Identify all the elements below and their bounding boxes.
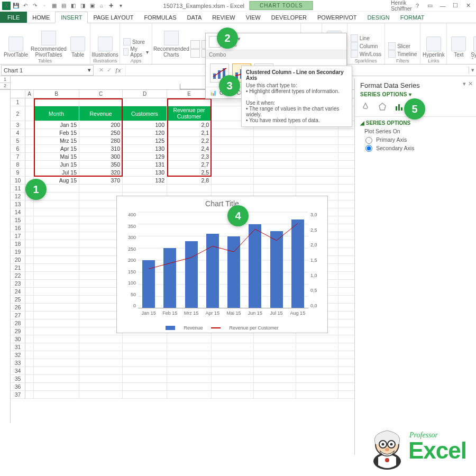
accept-formula-icon[interactable]: ✓ [107,67,112,74]
recommended-pivottables-button[interactable]: Recommended PivotTables [32,31,66,58]
qat-btn[interactable]: ✚ [107,2,115,10]
svg-marker-18 [379,103,386,110]
timeline-button[interactable]: Timeline [388,50,417,58]
primary-axis-radio[interactable]: Primary Axis [365,136,471,144]
combo-tooltip: Clustered Column - Line on Secondary Axi… [241,66,352,127]
redo-icon[interactable]: ↷ [31,2,39,10]
annotation-2: 2 [217,28,238,49]
my-apps-button[interactable]: My Apps ▾ [123,46,149,58]
save-icon[interactable]: 💾 [12,2,20,10]
group-label: Illustrations [93,58,117,63]
undo-icon[interactable]: ↶ [21,2,30,10]
group-label: Apps [131,58,142,63]
window-title: 150713_Examples.xlsm - Excel [163,3,244,9]
ribbon-collapse-icon[interactable]: ▭ [424,1,436,11]
maximize-icon[interactable]: ☐ [450,1,461,11]
tab-powerpivot[interactable]: POWERPIVOT [312,12,362,23]
secondary-y-axis: 3,02,52,01,51,00,50,0 [310,212,324,308]
annotation-1: 1 [25,179,47,200]
group-label: Sparklines [355,58,377,63]
recommended-charts-button[interactable]: Recommended Charts [155,31,187,58]
svg-rect-20 [398,104,400,111]
illustrations-button[interactable]: Illustrations [93,36,118,58]
collapse-ribbon-icon[interactable]: ˄ [471,57,474,63]
select-all[interactable] [11,90,25,98]
user-name[interactable]: Henrik Schiffner [396,1,407,11]
effects-icon[interactable] [377,102,388,112]
embedded-chart[interactable]: Chart Title 400350300250200150100500 3,0… [116,196,328,333]
legend-swatch-revenue [166,326,175,330]
table-button[interactable]: Table [69,36,87,58]
qat-btn[interactable]: ▤ [59,2,68,10]
fx-icon[interactable]: ƒx [115,67,121,74]
series-options-dropdown[interactable]: SERIES OPTIONS [360,91,407,97]
outline-level-1[interactable]: 1 [0,76,10,83]
plot-area[interactable] [138,212,308,308]
chart-legend[interactable]: Revenue Revenue per Customer [117,325,327,331]
tooltip-body: Use this chart type to: • Highlight diff… [246,83,347,123]
tab-developer[interactable]: DEVELOPER [266,12,312,23]
group-label: Tables [38,58,52,63]
close-icon[interactable]: ✕ [462,1,474,11]
text-button[interactable]: Text [450,36,467,58]
col-B[interactable]: B [34,90,79,98]
svg-rect-19 [396,106,397,111]
ribbon-options-icon[interactable]: ? [411,1,423,11]
qat-btn[interactable]: ⌂ [97,2,106,10]
sparkline-winloss-button[interactable]: Win/Loss [351,50,381,58]
annotation-5: 5 [404,98,425,120]
svg-point-29 [385,458,389,462]
quick-access-toolbar: X 💾 ↶ ↷ · ▦ ▤ ◧ ◨ ▣ ⌂ ✚ ▾ [0,2,125,10]
tab-file[interactable]: FILE [0,12,27,23]
title-bar: X 💾 ↶ ↷ · ▦ ▤ ◧ ◨ ▣ ⌂ ✚ ▾ 150713_Example… [0,0,476,12]
chart-title[interactable]: Chart Title [117,196,327,211]
col-A[interactable]: A [25,90,34,98]
cancel-formula-icon[interactable]: ✕ [99,67,104,74]
hyperlink-button[interactable]: Hyperlink [423,36,445,58]
pivottable-button[interactable]: PivotTable [3,36,29,58]
svg-point-26 [382,443,385,446]
series-options-icon[interactable] [394,102,405,112]
group-label: Filters [396,58,409,63]
tab-insert[interactable]: INSERT [55,12,88,23]
store-button[interactable]: Store [123,38,145,45]
tab-data[interactable]: DATA [182,12,207,23]
svg-rect-21 [401,107,402,111]
line-series[interactable] [138,212,308,382]
col-D[interactable]: D [123,90,167,98]
expand-formula-icon[interactable]: ▾ [469,67,476,74]
qat-btn[interactable]: ◨ [78,2,87,10]
outline-level-2[interactable]: 2 [0,83,10,90]
primary-y-axis: 400350300250200150100500 [120,212,136,308]
secondary-axis-radio[interactable]: Secondary Axis [365,145,471,152]
tab-home[interactable]: HOME [27,12,55,23]
tab-review[interactable]: REVIEW [207,12,240,23]
qat-more-icon[interactable]: ▾ [116,2,125,10]
svg-point-28 [385,448,389,451]
tab-view[interactable]: VIEW [241,12,266,23]
sparkline-column-button[interactable]: Column [351,42,378,50]
legend-label-rpc: Revenue per Customer [229,325,278,331]
section-series-options[interactable]: ◢ SERIES OPTIONS [360,120,471,126]
slicer-button[interactable]: Slicer [388,42,410,50]
qat-btn[interactable]: ◧ [69,2,77,10]
svg-point-27 [390,443,393,446]
logo-text-excel: Excel [408,439,466,462]
minimize-icon[interactable]: — [437,1,448,11]
qat-btn[interactable]: ▣ [88,2,96,10]
group-apps: Store My Apps ▾ Apps [120,23,152,64]
tab-page-layout[interactable]: PAGE LAYOUT [88,12,139,23]
pane-title: Format Data Series [360,81,471,89]
col-C[interactable]: C [79,90,123,98]
symbols-button[interactable]: Symbols [470,36,476,58]
tab-format[interactable]: FORMAT [395,12,430,23]
sparkline-line-button[interactable]: Line [351,34,370,42]
fill-line-icon[interactable] [360,102,371,112]
tab-formulas[interactable]: FORMULAS [139,12,181,23]
format-data-series-pane: ▾✕ Format Data Series SERIES OPTIONS ▾ ◢… [354,78,476,455]
pane-options-icon[interactable]: ▾ [463,80,466,87]
qat-btn[interactable]: ▦ [50,2,58,10]
tab-design[interactable]: DESIGN [362,12,395,23]
pane-close-icon[interactable]: ✕ [468,80,473,87]
name-box[interactable]: Chart 1▾ [1,65,94,76]
